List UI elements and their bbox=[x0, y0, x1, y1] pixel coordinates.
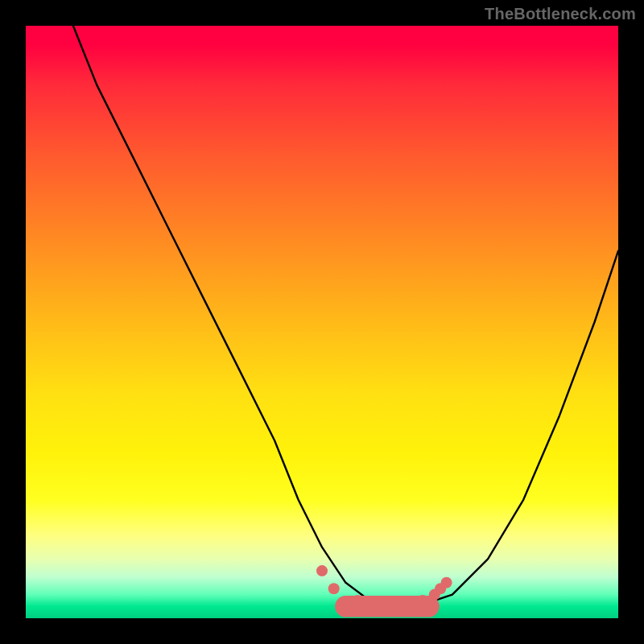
highlight-dot bbox=[328, 583, 340, 594]
highlight-dot bbox=[352, 595, 363, 606]
highlight-dot bbox=[441, 577, 452, 588]
highlight-dot bbox=[405, 601, 416, 612]
highlight-dot bbox=[369, 601, 381, 612]
curve-layer bbox=[26, 26, 618, 618]
watermark-text: TheBottleneck.com bbox=[485, 5, 636, 23]
highlight-dot bbox=[417, 595, 428, 606]
bottleneck-curve bbox=[73, 26, 618, 606]
plot-area bbox=[26, 26, 618, 618]
chart-frame: TheBottleneck.com bbox=[0, 0, 644, 644]
highlight-dot bbox=[387, 601, 398, 612]
highlight-dot bbox=[316, 565, 328, 576]
